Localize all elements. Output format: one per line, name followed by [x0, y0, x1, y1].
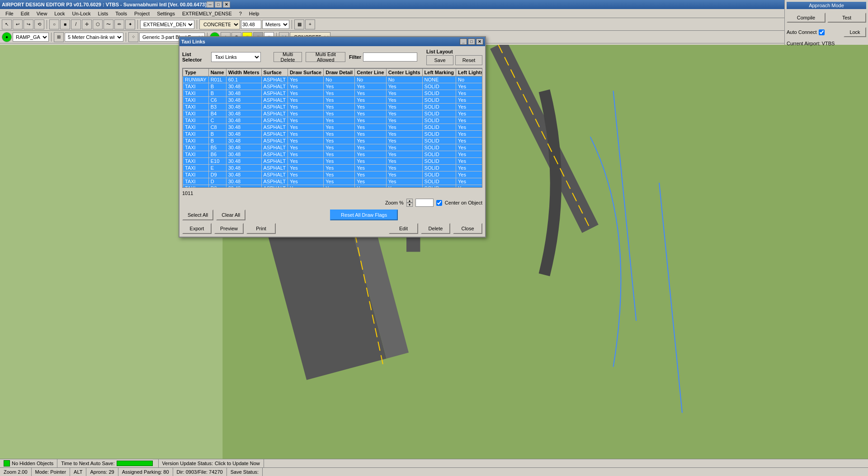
- close-btn[interactable]: ✕: [223, 1, 230, 8]
- menu-view[interactable]: View: [33, 10, 51, 17]
- dialog-minimize-btn[interactable]: _: [460, 38, 467, 45]
- draw-curve[interactable]: 〜: [104, 19, 113, 29]
- dialog-maximize-btn[interactable]: □: [468, 38, 475, 45]
- zoom-input[interactable]: 200: [415, 199, 434, 207]
- table-row[interactable]: TAXIE1030.48ASPHALTYesYesYesYesSOLIDYesS…: [183, 158, 483, 165]
- menu-edit[interactable]: Edit: [17, 10, 33, 17]
- draw-freehand[interactable]: ✏: [114, 19, 124, 29]
- window-controls: ─ □ ✕: [207, 1, 230, 8]
- menu-lock[interactable]: Lock: [51, 10, 68, 17]
- plus-btn[interactable]: +: [305, 19, 315, 29]
- table-cell: ASPHALT: [261, 144, 288, 151]
- rotate-btn[interactable]: ⟲: [34, 19, 44, 29]
- dialog-close-btn[interactable]: ✕: [476, 38, 483, 45]
- table-cell: TAXI: [183, 138, 209, 144]
- table-row[interactable]: RUNWAYR01L60.1ASPHALTYesNoNoNoNONENoNONE…: [183, 76, 483, 83]
- list-selector-dropdown[interactable]: Taxi Links: [211, 52, 261, 62]
- right-panel: Approach Mode Compile Test Auto Connect …: [784, 0, 868, 45]
- grid-view-btn[interactable]: ⊞: [54, 32, 64, 42]
- table-row[interactable]: TAXIB30.48ASPHALTYesYesYesYesSOLIDYesSOL…: [183, 90, 483, 97]
- menu-density[interactable]: EXTREMELY_DENSE: [179, 10, 236, 17]
- menu-lists[interactable]: Lists: [94, 10, 112, 17]
- menu-unlock[interactable]: Un-Lock: [69, 10, 94, 17]
- chain-link-dropdown[interactable]: 5 Meter Chain-link with b: [65, 33, 123, 42]
- table-row[interactable]: TAXIB30.48ASPHALTYesYesYesYesSOLIDYesSOL…: [183, 131, 483, 138]
- links-table-wrapper[interactable]: Type Name Width Meters Surface Draw Surf…: [182, 68, 482, 188]
- reset-layout-btn[interactable]: Reset: [455, 55, 482, 65]
- ramp-ga-dropdown[interactable]: RAMP_GA: [13, 33, 49, 42]
- table-row[interactable]: TAXID830.48ASPHALTYesYesYesYesSOLIDYesSO…: [183, 185, 483, 188]
- table-cell: ASPHALT: [261, 124, 288, 131]
- compile-btn[interactable]: Compile: [787, 13, 826, 23]
- draw-poly[interactable]: ⬡: [93, 19, 103, 29]
- menu-settings[interactable]: Settings: [153, 10, 179, 17]
- table-row[interactable]: TAXIC630.48ASPHALTYesYesYesYesSOLIDYesSO…: [183, 97, 483, 104]
- table-cell: ASPHALT: [261, 110, 288, 117]
- edit-btn[interactable]: Edit: [389, 223, 418, 234]
- print-btn[interactable]: Print: [246, 223, 276, 234]
- table-row[interactable]: TAXIB330.48ASPHALTYesYesYesYesSOLIDYesSO…: [183, 104, 483, 110]
- table-cell: D9: [208, 171, 226, 178]
- preview-btn[interactable]: Preview: [214, 223, 244, 234]
- green-circle[interactable]: ●: [2, 32, 12, 42]
- menu-help[interactable]: Help: [245, 10, 263, 17]
- menu-tools[interactable]: Tools: [112, 10, 131, 17]
- table-cell: Yes: [386, 185, 422, 188]
- reset-draw-flags-btn[interactable]: Reset All Draw Flags: [330, 209, 398, 220]
- dot-grid-btn[interactable]: ⁘: [128, 32, 138, 42]
- lock-btn[interactable]: Lock: [844, 27, 866, 37]
- zoom-value-input[interactable]: 30.48: [241, 20, 261, 29]
- table-cell: B6: [208, 151, 226, 158]
- table-cell: Yes: [456, 158, 482, 165]
- density-dropdown[interactable]: EXTREMELY_DENSE: [140, 20, 194, 29]
- redo-btn[interactable]: ↪: [24, 19, 33, 29]
- grid-toggle[interactable]: ▦: [294, 19, 304, 29]
- undo-btn[interactable]: ↩: [13, 19, 23, 29]
- table-row[interactable]: TAXIB30.48ASPHALTYesYesYesYesSOLIDYesSOL…: [183, 83, 483, 90]
- table-row[interactable]: TAXIC830.48ASPHALTYesYesYesYesSOLIDYesSO…: [183, 124, 483, 131]
- table-status-row: 1011: [182, 190, 482, 196]
- taxi-dialog-titlebar[interactable]: Taxi Links _ □ ✕: [179, 37, 485, 46]
- table-row[interactable]: TAXIB630.48ASPHALTYesYesYesYesSOLIDYesSO…: [183, 151, 483, 158]
- draw-square[interactable]: ■: [60, 19, 70, 29]
- draw-circle[interactable]: ○: [49, 19, 59, 29]
- table-row[interactable]: TAXIB530.48ASPHALTYesYesYesYesSOLIDYesSO…: [183, 144, 483, 151]
- select-all-btn[interactable]: Select All: [182, 209, 213, 220]
- maximize-btn[interactable]: □: [215, 1, 222, 8]
- export-btn[interactable]: Export: [182, 223, 212, 234]
- table-row[interactable]: TAXID30.48ASPHALTYesYesYesYesSOLIDYesSOL…: [183, 178, 483, 185]
- menu-question[interactable]: ?: [236, 10, 245, 17]
- draw-cross[interactable]: ✛: [82, 19, 92, 29]
- zoom-down-btn[interactable]: ▼: [406, 203, 413, 207]
- multi-delete-btn[interactable]: Multi Delete: [274, 52, 302, 62]
- menu-file[interactable]: File: [2, 10, 17, 17]
- table-row[interactable]: TAXIE30.48ASPHALTYesYesYesYesSOLIDYesSOL…: [183, 165, 483, 171]
- click-update-btn[interactable]: Click to Update Now: [215, 461, 260, 466]
- pointer-tool[interactable]: ↖: [2, 19, 12, 29]
- dialog-top-row: List Selector Taxi Links Multi Delete Mu…: [182, 49, 482, 65]
- delete-btn[interactable]: Delete: [421, 223, 450, 234]
- status-bar: No Hidden Objects Time to Next Auto Save…: [0, 459, 868, 476]
- zoom-up-btn[interactable]: ▲: [406, 199, 413, 203]
- test-btn[interactable]: Test: [827, 13, 866, 23]
- table-row[interactable]: TAXIB30.48ASPHALTYesYesYesYesSOLIDYesSOL…: [183, 138, 483, 144]
- filter-input[interactable]: [363, 52, 417, 62]
- draw-line[interactable]: /: [71, 19, 81, 29]
- close-btn[interactable]: Close: [453, 223, 482, 234]
- table-row[interactable]: TAXID930.48ASPHALTYesYesYesYesSOLIDYesSO…: [183, 171, 483, 178]
- table-body[interactable]: RUNWAYR01L60.1ASPHALTYesNoNoNoNONENoNONE…: [183, 76, 483, 188]
- table-row[interactable]: TAXIC30.48ASPHALTYesYesYesYesSOLIDYesSOL…: [183, 117, 483, 124]
- menu-project[interactable]: Project: [131, 10, 153, 17]
- draw-star[interactable]: ✦: [125, 19, 135, 29]
- zoom-unit-dropdown[interactable]: Meters: [262, 20, 289, 29]
- table-row[interactable]: TAXIB430.48ASPHALTYesYesYesYesSOLIDYesSO…: [183, 110, 483, 117]
- table-cell: SOLID: [422, 110, 456, 117]
- auto-connect-checkbox[interactable]: [819, 29, 825, 35]
- clear-all-btn[interactable]: Clear All: [216, 209, 245, 220]
- center-on-object-checkbox[interactable]: [436, 200, 442, 206]
- multi-edit-btn[interactable]: Multi Edit Allowed: [306, 52, 345, 62]
- table-cell: Yes: [324, 104, 355, 110]
- minimize-btn[interactable]: ─: [207, 1, 214, 8]
- save-layout-btn[interactable]: Save: [426, 55, 453, 65]
- surface-type-dropdown[interactable]: CONCRETE: [199, 19, 240, 29]
